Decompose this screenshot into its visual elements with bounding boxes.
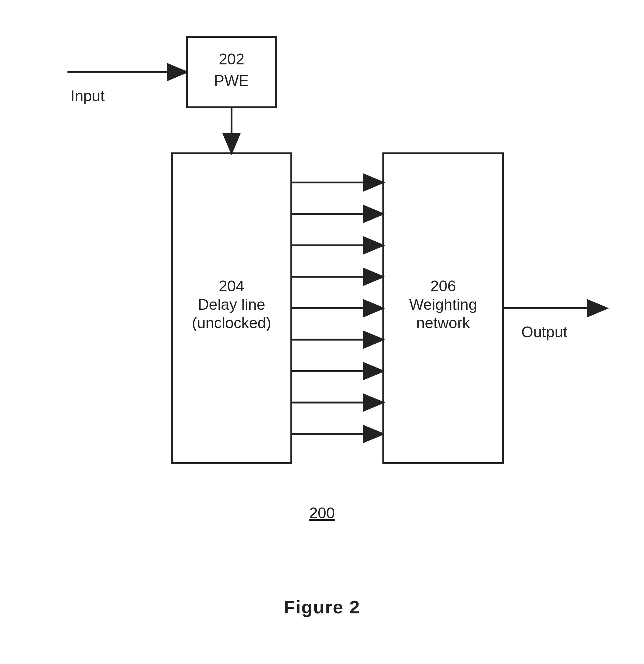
circuit-ref: 200 [309, 504, 335, 522]
weighting-number: 206 [430, 277, 456, 295]
weighting-text2: network [416, 314, 470, 332]
figure-caption: Figure 2 [284, 597, 360, 617]
weighting-text1: Weighting [409, 296, 477, 313]
delay-line-text1: Delay line [198, 296, 265, 313]
input-label: Input [70, 87, 105, 105]
pwe-name: PWE [214, 72, 249, 89]
delay-line-text2: (unclocked) [192, 314, 271, 332]
pwe-number: 202 [219, 50, 244, 68]
output-label: Output [521, 324, 567, 341]
delay-number: 204 [219, 277, 244, 295]
tap-arrows-group [291, 183, 383, 434]
